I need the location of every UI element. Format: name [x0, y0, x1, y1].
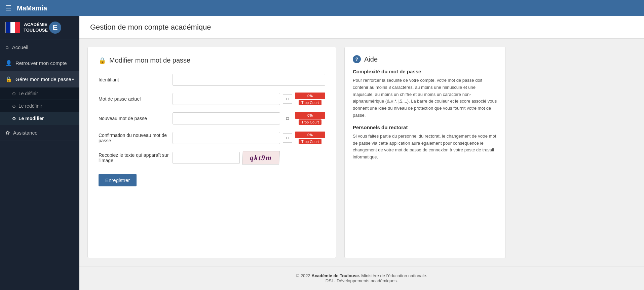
- sidebar-label-gerer: Gérer mon mot de passe: [15, 76, 71, 82]
- aide-title: Aide: [364, 56, 378, 63]
- sidebar-nav: ⌂ Accueil 👤 Retrouver mon compte 🔒 Gérer…: [0, 39, 79, 290]
- input-new-password[interactable]: [173, 112, 280, 124]
- form-group-confirm-password: Confirmation du nouveau mot de passe □ 0…: [99, 132, 325, 144]
- eye-icon-confirm: □: [286, 136, 289, 140]
- question-icon: ?: [353, 55, 361, 63]
- strength-bar-confirm: 0%: [295, 132, 325, 138]
- input-captcha[interactable]: [173, 152, 240, 164]
- input-wrap-confirm-password: □ 0% Trop Court: [173, 132, 325, 144]
- content-header: Gestion de mon compte académique: [79, 16, 644, 39]
- form-group-identifiant: Identifiant: [99, 74, 325, 86]
- label-confirm-password: Confirmation du nouveau mot de passe: [99, 133, 173, 143]
- label-identifiant: Identifiant: [99, 77, 173, 82]
- input-wrap-current-password: □ 0% Trop Court: [173, 93, 325, 105]
- footer: © 2022 Académie de Toulouse. Ministère d…: [79, 266, 644, 290]
- input-confirm-password[interactable]: [173, 132, 280, 144]
- aide-card: ? Aide Complexité du mot de passe Pour r…: [344, 47, 506, 258]
- menu-icon[interactable]: ☰: [5, 4, 11, 12]
- footer-prefix: © 2022: [296, 273, 312, 278]
- footer-line2: DSI - Développements académiques.: [86, 278, 637, 283]
- chevron-down-icon: ▾: [72, 77, 74, 82]
- topbar-title: MaMamia: [17, 4, 47, 12]
- input-wrap-new-password: □ 0% Trop Court: [173, 112, 325, 125]
- lock-icon: 🔒: [5, 76, 12, 82]
- sidebar-sub-modifier[interactable]: ⊙ Le modifier: [0, 112, 79, 125]
- page-title: Gestion de mon compte académique: [90, 23, 633, 32]
- logo-flag: [5, 22, 20, 33]
- sidebar-sub-label-modifier: Le modifier: [18, 116, 44, 121]
- form-group-captcha: Recopiez le texte qui apparaît sur l'ima…: [99, 151, 325, 165]
- eye-icon: □: [286, 97, 289, 101]
- sidebar-sub-label-definir: Le définir: [18, 91, 38, 96]
- logo-circle: E: [49, 22, 61, 34]
- form-group-new-password: Nouveau mot de passe □ 0% Trop Court: [99, 112, 325, 125]
- logo-text: académie Toulouse: [24, 22, 48, 33]
- label-new-password: Nouveau mot de passe: [99, 116, 173, 121]
- aide-section-title-complexite: Complexité du mot de passe: [353, 69, 497, 74]
- strength-indicator-confirm: 0% Trop Court: [295, 132, 325, 144]
- footer-line1: © 2022 Académie de Toulouse. Ministère d…: [86, 273, 637, 278]
- form-card-title: 🔒 Modifier mon mot de passe: [99, 57, 325, 64]
- logo-toulouse: Toulouse: [24, 28, 48, 33]
- input-identifiant[interactable]: [173, 74, 325, 86]
- home-icon: ⌂: [5, 44, 9, 50]
- strength-label-confirm: Trop Court: [299, 139, 321, 144]
- label-captcha: Recopiez le texte qui apparaît sur l'ima…: [99, 152, 173, 163]
- sidebar-sub-definir[interactable]: ⊙ Le définir: [0, 87, 79, 100]
- eye-icon-new: □: [286, 116, 289, 121]
- sidebar-submenu: ⊙ Le définir ⊙ Le redéfinir ⊙ Le modifie…: [0, 87, 79, 125]
- footer-bold: Académie de Toulouse.: [311, 273, 360, 278]
- sidebar: académie Toulouse E ⌂ Accueil 👤 Retrouve…: [0, 16, 79, 290]
- captcha-image: qkt9m: [242, 151, 280, 165]
- sidebar-sub-label-redefinir: Le redéfinir: [18, 103, 42, 109]
- sidebar-label-retrouver: Retrouver mon compte: [15, 60, 67, 66]
- input-wrap-identifiant: [173, 74, 325, 86]
- aide-section-title-personnels: Personnels du rectorat: [353, 124, 497, 130]
- sidebar-logo: académie Toulouse E: [0, 16, 79, 39]
- content: Gestion de mon compte académique 🔒 Modif…: [79, 16, 644, 290]
- footer-suffix: Ministère de l'éducation nationale.: [360, 273, 427, 278]
- form-title: Modifier mon mot de passe: [109, 57, 190, 64]
- label-current-password: Mot de passe actuel: [99, 96, 173, 102]
- sidebar-item-gerer[interactable]: 🔒 Gérer mon mot de passe ▾: [0, 71, 79, 87]
- strength-label-new: Trop Court: [299, 119, 321, 125]
- toggle-confirm-password[interactable]: □: [283, 133, 292, 143]
- strength-bar-wrap-confirm: 0%: [295, 132, 325, 138]
- strength-bar-current: 0%: [295, 93, 325, 99]
- submit-button[interactable]: Enregistrer: [99, 174, 137, 186]
- toggle-current-password[interactable]: □: [283, 94, 292, 104]
- sidebar-item-retrouver[interactable]: 👤 Retrouver mon compte: [0, 55, 79, 71]
- strength-bar-new: 0%: [295, 112, 325, 119]
- user-icon: 👤: [5, 60, 12, 66]
- circle-icon-redefinir: ⊙: [12, 104, 16, 109]
- sidebar-item-assistance[interactable]: ✿ Assistance: [0, 125, 79, 141]
- input-current-password[interactable]: [173, 93, 280, 105]
- logo-acad: académie: [24, 22, 48, 28]
- sidebar-label-assistance: Assistance: [13, 130, 38, 136]
- aide-text-complexite: Pour renforcer la sécurité de votre comp…: [353, 77, 497, 119]
- toggle-new-password[interactable]: □: [283, 114, 292, 123]
- sidebar-label-accueil: Accueil: [12, 44, 28, 50]
- topbar: ☰ MaMamia: [0, 0, 644, 16]
- circle-icon-modifier: ⊙: [12, 116, 16, 121]
- form-lock-icon: 🔒: [99, 57, 106, 64]
- aide-text-personnels: Si vous faites partie du personnel du re…: [353, 133, 497, 161]
- strength-indicator-new: 0% Trop Court: [295, 112, 325, 125]
- strength-indicator-current: 0% Trop Court: [295, 93, 325, 105]
- strength-bar-wrap-current: 0%: [295, 93, 325, 99]
- form-group-current-password: Mot de passe actuel □ 0% Trop Court: [99, 93, 325, 105]
- assistance-icon: ✿: [5, 130, 10, 136]
- sidebar-item-accueil[interactable]: ⌂ Accueil: [0, 39, 79, 55]
- sidebar-sub-redefinir[interactable]: ⊙ Le redéfinir: [0, 100, 79, 112]
- input-wrap-captcha: qkt9m: [173, 151, 325, 165]
- content-body: 🔒 Modifier mon mot de passe Identifiant …: [79, 39, 644, 266]
- aide-card-title: ? Aide: [353, 55, 497, 63]
- circle-icon-definir: ⊙: [12, 91, 16, 96]
- strength-bar-wrap-new: 0%: [295, 112, 325, 119]
- strength-label-current: Trop Court: [299, 100, 321, 105]
- form-card: 🔒 Modifier mon mot de passe Identifiant …: [87, 47, 336, 258]
